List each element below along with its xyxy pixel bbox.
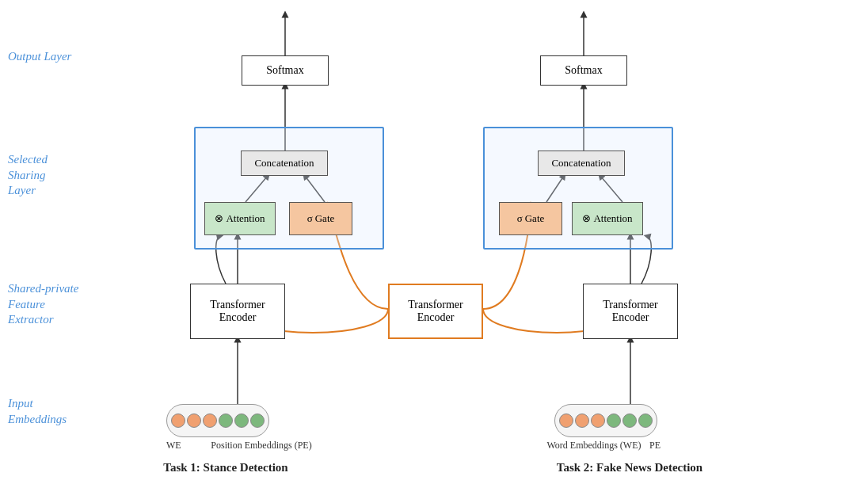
embed-circle-orange4 bbox=[559, 413, 573, 428]
we-left-label: WE bbox=[166, 440, 181, 452]
attention-left-box: ⊗ Attention bbox=[204, 202, 276, 235]
concat-left-box: Concatenation bbox=[241, 151, 328, 176]
shared-private-label: Shared-private Feature Extractor bbox=[8, 281, 83, 328]
sigma-right-icon: σ bbox=[517, 212, 523, 225]
gate-left-box: σ Gate bbox=[289, 202, 352, 235]
embed-circle-green5 bbox=[622, 413, 637, 428]
sigma-left-icon: σ bbox=[307, 212, 313, 225]
embed-circle-green6 bbox=[638, 413, 653, 428]
embed-circle-green2 bbox=[234, 413, 249, 428]
softmax1-box: Softmax bbox=[242, 55, 329, 86]
task1-label: Task 1: Stance Detection bbox=[127, 461, 325, 474]
embed-oval-right bbox=[554, 404, 657, 437]
transformer-shared-box: Transformer Encoder bbox=[388, 284, 483, 339]
task2-label: Task 2: Fake News Detection bbox=[507, 461, 752, 474]
attention-right-box: ⊗ Attention bbox=[572, 202, 643, 235]
output-layer-label: Output Layer bbox=[8, 49, 71, 65]
arrows-svg bbox=[0, 0, 868, 484]
embed-circle-green1 bbox=[219, 413, 233, 428]
softmax2-box: Softmax bbox=[540, 55, 627, 86]
we-right-label: Word Embeddings (WE) bbox=[546, 440, 641, 452]
otimes-left-icon: ⊗ bbox=[215, 212, 223, 225]
input-embeddings-label: Input Embeddings bbox=[8, 396, 79, 427]
pe-right-label: PE bbox=[649, 440, 661, 452]
embed-circle-orange6 bbox=[591, 413, 605, 428]
embed-circle-orange5 bbox=[575, 413, 589, 428]
embed-circle-orange1 bbox=[171, 413, 185, 428]
embed-circle-orange3 bbox=[203, 413, 217, 428]
embed-circle-green4 bbox=[607, 413, 621, 428]
transformer-left-box: Transformer Encoder bbox=[190, 284, 285, 339]
gate-right-box: σ Gate bbox=[499, 202, 562, 235]
concat-right-box: Concatenation bbox=[538, 151, 625, 176]
embed-oval-left bbox=[166, 404, 269, 437]
selected-sharing-label: Selected Sharing Layer bbox=[8, 152, 79, 199]
embed-circle-orange2 bbox=[187, 413, 201, 428]
diagram: Output Layer Selected Sharing Layer Shar… bbox=[0, 0, 868, 484]
embed-circle-green3 bbox=[250, 413, 265, 428]
transformer-right-box: Transformer Encoder bbox=[583, 284, 678, 339]
pe-left-label: Position Embeddings (PE) bbox=[210, 440, 313, 452]
otimes-right-icon: ⊗ bbox=[582, 212, 591, 225]
